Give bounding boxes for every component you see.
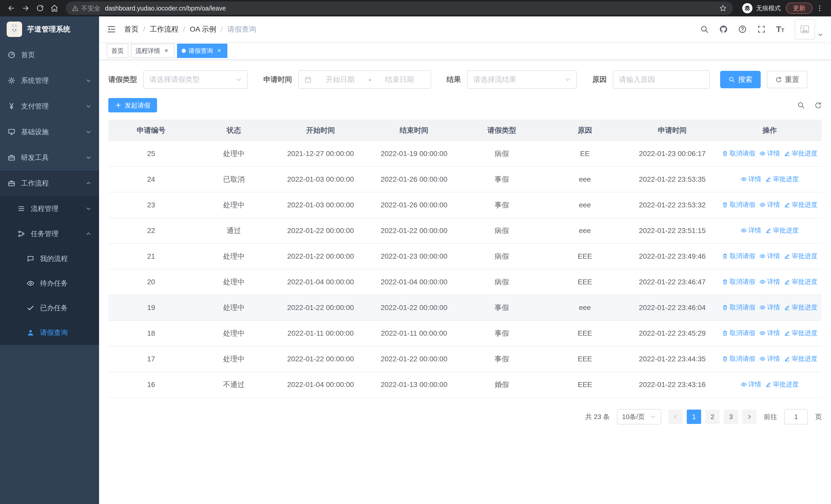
breadcrumb-separator: / [221, 25, 223, 33]
browser-back-icon[interactable] [4, 1, 19, 16]
approval-progress-link[interactable]: 审批进度 [784, 354, 818, 363]
security-chip[interactable]: 不安全 [72, 4, 101, 12]
bookmark-star-icon[interactable] [719, 4, 727, 12]
tab-close-icon[interactable] [216, 47, 223, 54]
approval-progress-link[interactable]: 审批进度 [765, 226, 799, 235]
trash-icon [722, 253, 728, 259]
prev-page-button[interactable] [668, 410, 683, 424]
font-size-icon[interactable] [776, 25, 784, 34]
page-size-select[interactable]: 10条/页 [617, 409, 661, 424]
page-button-1[interactable]: 1 [687, 410, 701, 424]
browser-reload-icon[interactable] [33, 1, 47, 16]
browser-forward-icon[interactable] [19, 1, 33, 16]
sidebar-item-dev-tools[interactable]: 研发工具 [0, 145, 99, 170]
cancel-leave-link[interactable]: 取消请假 [722, 303, 755, 312]
sidebar-item-my-process[interactable]: 我的流程 [0, 246, 99, 271]
detail-link[interactable]: 详情 [760, 149, 780, 157]
sidebar-item-leave-query[interactable]: 请假查询 [0, 320, 99, 345]
detail-link[interactable]: 详情 [760, 200, 780, 209]
chevron-down-icon [236, 77, 242, 83]
app-title: 芋道管理系统 [27, 24, 70, 34]
browser-menu-icon[interactable] [812, 1, 827, 16]
cancel-leave-link[interactable]: 取消请假 [722, 354, 755, 363]
approval-progress-link[interactable]: 审批进度 [784, 329, 818, 337]
pagination-total: 共 23 条 [585, 412, 609, 421]
sidebar-item-workflow[interactable]: 工作流程 [0, 170, 99, 196]
sidebar-item-task-management[interactable]: 任务管理 [0, 221, 99, 246]
approval-progress-link[interactable]: 审批进度 [784, 277, 818, 286]
reason-input[interactable]: 请输入原因 [613, 70, 710, 89]
chevron-down-icon [565, 77, 571, 83]
cell-leave-type: 事假 [461, 192, 543, 218]
detail-link[interactable]: 详情 [760, 354, 780, 363]
tab-home[interactable]: 首页 [107, 43, 128, 58]
detail-link-label: 详情 [748, 175, 761, 183]
sidebar-item-label: 首页 [21, 50, 35, 60]
header-search-icon[interactable] [700, 25, 709, 34]
help-icon[interactable] [738, 25, 747, 34]
detail-link[interactable]: 详情 [760, 252, 780, 260]
approval-progress-link[interactable]: 审批进度 [784, 252, 818, 260]
sidebar-item-process-management[interactable]: 流程管理 [0, 196, 99, 221]
sidebar-item-todo-tasks[interactable]: 待办任务 [0, 271, 99, 296]
chevron-down-icon [86, 78, 91, 83]
approval-progress-link[interactable]: 审批进度 [784, 303, 818, 312]
cancel-leave-link[interactable]: 取消请假 [722, 149, 755, 157]
page-unit-label: 页 [815, 412, 822, 421]
table-refresh-icon[interactable] [814, 101, 822, 109]
approval-progress-link[interactable]: 审批进度 [765, 175, 799, 183]
edit-icon [765, 227, 771, 234]
sidebar-item-system-management[interactable]: 系统管理 [0, 68, 99, 93]
user-avatar[interactable] [795, 19, 823, 39]
tab-leave-query[interactable]: 请假查询 [177, 43, 227, 58]
breadcrumb-item[interactable]: OA 示例 [190, 24, 216, 34]
cancel-leave-link[interactable]: 取消请假 [722, 329, 755, 337]
apply-time-range-picker[interactable]: 开始日期 - 结束日期 [298, 70, 431, 89]
cell-leave-type: 病假 [461, 243, 543, 269]
cancel-leave-link[interactable]: 取消请假 [722, 277, 755, 286]
sidebar-item-payment-management[interactable]: 支付管理 [0, 93, 99, 119]
leave-type-select[interactable]: 请选择请假类型 [143, 70, 248, 89]
detail-link[interactable]: 详情 [741, 380, 761, 388]
cancel-leave-link[interactable]: 取消请假 [722, 252, 755, 260]
github-icon[interactable] [719, 25, 728, 34]
sidebar-item-done-tasks[interactable]: 已办任务 [0, 296, 99, 320]
sidebar-toggle-icon[interactable] [107, 25, 116, 34]
cell-actions: 取消请假详情审批进度 [718, 269, 822, 295]
detail-link[interactable]: 详情 [760, 303, 780, 312]
detail-link[interactable]: 详情 [760, 277, 780, 286]
app-logo[interactable]: 芋道管理系统 [0, 17, 99, 42]
breadcrumb-item[interactable]: 首页 [124, 24, 139, 34]
cell-apply-id: 21 [108, 243, 194, 269]
cancel-leave-link[interactable]: 取消请假 [722, 200, 755, 209]
cell-start-time: 2022-01-22 00:00:00 [274, 295, 367, 321]
browser-home-icon[interactable] [47, 1, 62, 16]
table-toolbar: 发起请假 [108, 98, 822, 112]
update-button[interactable]: 更新 [786, 3, 812, 14]
create-leave-button[interactable]: 发起请假 [108, 98, 157, 112]
detail-link[interactable]: 详情 [741, 175, 761, 183]
header-actions [700, 19, 823, 39]
sidebar-item-infrastructure[interactable]: 基础设施 [0, 119, 99, 145]
reset-button[interactable]: 重置 [767, 71, 807, 88]
page-button-2[interactable]: 2 [705, 410, 720, 424]
tab-close-icon[interactable] [163, 47, 170, 54]
detail-link[interactable]: 详情 [741, 226, 761, 235]
table-search-toggle-icon[interactable] [797, 101, 805, 109]
approval-progress-link[interactable]: 审批进度 [765, 380, 799, 388]
sidebar-item-home[interactable]: 首页 [0, 42, 99, 68]
approval-progress-link[interactable]: 审批进度 [784, 149, 818, 157]
address-bar[interactable]: 不安全 dashboard.yudao.iocoder.cn/bpm/oa/le… [66, 2, 733, 15]
detail-link[interactable]: 详情 [760, 329, 780, 337]
incognito-label: 无痕模式 [756, 4, 781, 12]
page-button-3[interactable]: 3 [724, 410, 738, 424]
cell-start-time: 2022-01-04 00:00:00 [274, 372, 367, 397]
result-select[interactable]: 请选择流结果 [467, 70, 577, 89]
next-page-button[interactable] [742, 410, 756, 424]
search-button[interactable]: 搜索 [720, 71, 761, 88]
approval-progress-link[interactable]: 审批进度 [784, 200, 818, 209]
tab-process-detail[interactable]: 流程详情 [131, 43, 174, 58]
breadcrumb-item[interactable]: 工作流程 [150, 24, 179, 34]
fullscreen-icon[interactable] [757, 25, 766, 34]
goto-page-input[interactable] [784, 409, 808, 424]
